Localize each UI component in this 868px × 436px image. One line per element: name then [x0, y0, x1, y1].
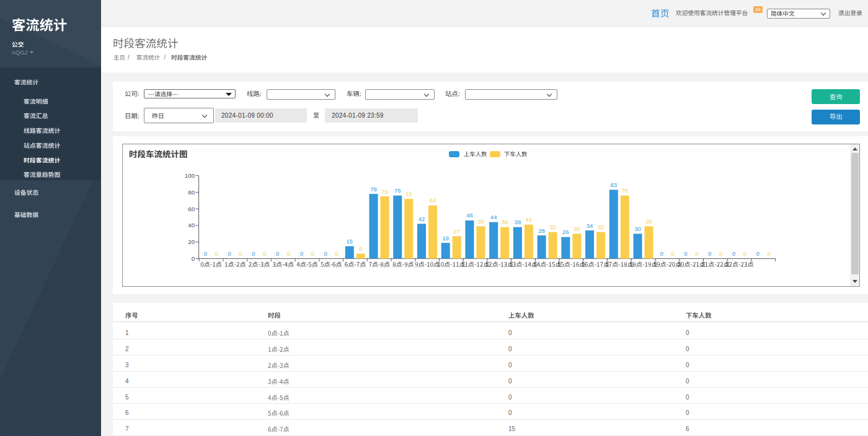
- svg-text:0: 0: [311, 250, 314, 257]
- svg-text:0: 0: [671, 250, 675, 257]
- svg-text:0: 0: [215, 250, 218, 257]
- svg-text:0: 0: [228, 250, 231, 257]
- svg-text:0: 0: [252, 250, 255, 257]
- svg-text:0: 0: [300, 250, 303, 257]
- svg-text:83: 83: [611, 181, 618, 188]
- svg-text:42: 42: [418, 216, 425, 222]
- svg-text:72: 72: [405, 191, 412, 198]
- svg-text:41: 41: [526, 216, 533, 223]
- svg-text:0: 0: [287, 250, 290, 257]
- svg-text:78: 78: [371, 185, 378, 192]
- svg-text:0: 0: [756, 250, 760, 257]
- svg-text:0: 0: [684, 250, 688, 257]
- svg-text:0: 0: [204, 250, 207, 257]
- svg-text:6: 6: [359, 245, 362, 252]
- svg-text:0: 0: [743, 250, 746, 257]
- svg-text:27: 27: [454, 228, 461, 235]
- svg-text:20: 20: [188, 238, 195, 245]
- svg-text:64: 64: [430, 197, 436, 204]
- svg-text:0: 0: [768, 250, 771, 257]
- svg-text:44: 44: [490, 214, 497, 220]
- svg-text:0: 0: [276, 250, 279, 257]
- svg-text:38: 38: [515, 219, 521, 225]
- svg-text:0: 0: [264, 250, 267, 257]
- svg-text:30: 30: [574, 225, 580, 232]
- svg-text:0: 0: [239, 250, 242, 257]
- svg-text:0: 0: [324, 250, 327, 257]
- svg-text:0: 0: [335, 250, 339, 257]
- svg-text:26: 26: [562, 229, 569, 235]
- svg-text:76: 76: [394, 187, 401, 194]
- svg-text:15: 15: [347, 238, 353, 245]
- svg-text:0: 0: [732, 250, 735, 257]
- svg-text:28: 28: [539, 227, 546, 233]
- svg-text:76: 76: [622, 187, 629, 194]
- svg-text:0: 0: [696, 250, 699, 257]
- svg-text:46: 46: [466, 212, 473, 219]
- svg-text:34: 34: [587, 222, 593, 229]
- svg-text:38: 38: [502, 219, 508, 225]
- svg-text:19: 19: [443, 235, 450, 242]
- svg-text:100: 100: [185, 172, 195, 179]
- svg-text:0: 0: [192, 255, 195, 262]
- svg-text:40: 40: [188, 222, 195, 229]
- svg-text:39: 39: [646, 218, 653, 225]
- svg-text:32: 32: [550, 224, 557, 230]
- svg-text:0: 0: [708, 250, 711, 257]
- svg-text:0: 0: [719, 250, 722, 257]
- svg-text:75: 75: [382, 188, 389, 194]
- svg-text:39: 39: [477, 218, 484, 225]
- svg-text:60: 60: [188, 205, 195, 212]
- svg-text:0: 0: [660, 250, 663, 257]
- svg-text:32: 32: [598, 224, 604, 230]
- svg-text:30: 30: [635, 225, 642, 232]
- svg-text:80: 80: [188, 189, 195, 196]
